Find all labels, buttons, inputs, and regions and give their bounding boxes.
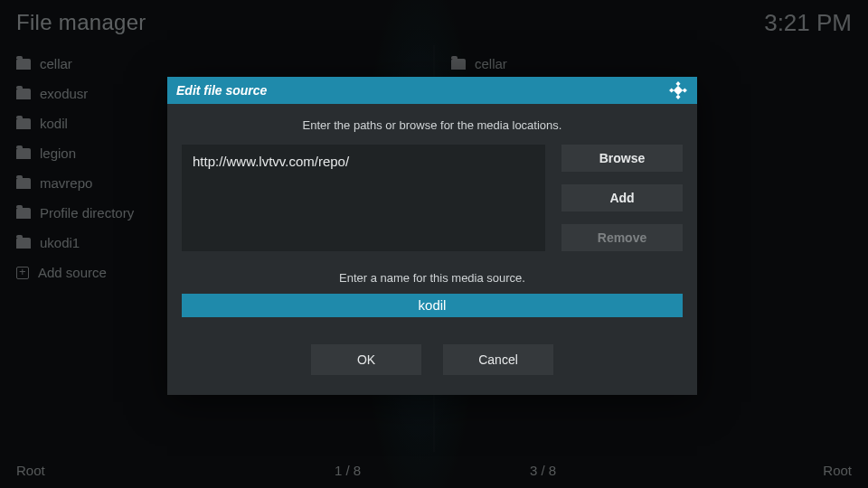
svg-rect-3 xyxy=(675,95,680,99)
dialog-header: Edit file source xyxy=(167,77,697,104)
remove-button[interactable]: Remove xyxy=(561,224,683,251)
svg-rect-1 xyxy=(669,88,674,92)
ok-button[interactable]: OK xyxy=(311,344,421,375)
cancel-button[interactable]: Cancel xyxy=(443,344,553,375)
paths-instruction: Enter the paths or browse for the media … xyxy=(182,118,683,132)
svg-rect-4 xyxy=(674,86,683,95)
svg-rect-0 xyxy=(675,81,680,86)
dialog-title: Edit file source xyxy=(176,83,267,98)
dialog-body: Enter the paths or browse for the media … xyxy=(167,104,697,395)
path-value: http://www.lvtvv.com/repo/ xyxy=(193,154,534,169)
svg-rect-2 xyxy=(683,88,687,92)
dialog-actions: OK Cancel xyxy=(182,344,683,375)
name-instruction: Enter a name for this media source. xyxy=(182,271,683,285)
app-root: File manager 3:21 PM cellar exodusr kodi… xyxy=(0,0,868,488)
source-name-input[interactable]: kodil xyxy=(182,294,683,317)
browse-button[interactable]: Browse xyxy=(561,145,683,172)
path-input[interactable]: http://www.lvtvv.com/repo/ xyxy=(182,145,545,251)
paths-row: http://www.lvtvv.com/repo/ Browse Add Re… xyxy=(182,145,683,251)
edit-file-source-dialog: Edit file source Enter the paths or brow… xyxy=(167,77,697,395)
kodi-logo-icon xyxy=(668,80,688,100)
add-button[interactable]: Add xyxy=(561,184,683,211)
path-buttons-column: Browse Add Remove xyxy=(561,145,683,251)
